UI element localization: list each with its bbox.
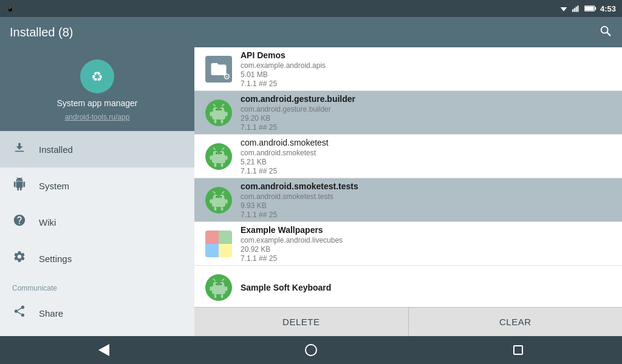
svg-point-34 xyxy=(220,152,222,154)
gear-overlay-icon: ⚙ xyxy=(223,72,231,81)
app-name: com.android.gesture.builder xyxy=(241,94,612,104)
avatar: ♻ xyxy=(80,59,114,93)
page-title: Installed (8) xyxy=(10,25,73,39)
recents-button[interactable] xyxy=(503,338,533,362)
svg-rect-32 xyxy=(225,155,228,160)
sidebar-item-send[interactable]: Send xyxy=(0,331,194,336)
svg-rect-3 xyxy=(576,7,577,12)
app-details: com.android.smoketest com.android.smoket… xyxy=(241,138,612,175)
sidebar-item-installed[interactable]: Installed xyxy=(0,131,194,167)
search-button[interactable] xyxy=(599,24,612,41)
svg-rect-30 xyxy=(221,163,224,167)
app-details: com.android.gesture.builder com.android.… xyxy=(241,94,612,132)
list-item[interactable]: com.android.smoketest.tests com.android.… xyxy=(194,178,622,222)
back-icon xyxy=(98,344,109,356)
svg-point-21 xyxy=(216,109,217,110)
list-item[interactable]: Sample Soft Keyboard xyxy=(194,266,622,307)
app-icon-smoketest-tests xyxy=(204,186,233,215)
home-icon xyxy=(305,344,317,356)
svg-rect-20 xyxy=(225,112,228,116)
svg-rect-38 xyxy=(212,198,225,207)
svg-rect-53 xyxy=(214,294,217,298)
app-version: 7.1.1 ## 25 xyxy=(241,167,612,175)
folder-gear-icon: ⚙ xyxy=(205,56,232,83)
status-bar-right: 4:53 xyxy=(559,4,616,13)
svg-rect-29 xyxy=(214,163,217,167)
profile-link[interactable]: android-tools.ru/app xyxy=(65,113,130,121)
signal-icon xyxy=(572,5,581,12)
sim-icon: 📱 xyxy=(6,5,15,13)
app-package: com.example.android.apis xyxy=(241,61,612,70)
svg-rect-1 xyxy=(572,9,573,12)
svg-rect-14 xyxy=(212,110,225,120)
svg-rect-31 xyxy=(210,155,212,160)
sidebar-item-wiki[interactable]: Wiki xyxy=(0,204,194,240)
sidebar-item-wiki-label: Wiki xyxy=(39,217,56,228)
android-robot-icon xyxy=(205,187,232,214)
wifi-icon xyxy=(559,5,569,12)
app-version: 7.1.1 ## 25 xyxy=(241,254,612,263)
svg-rect-56 xyxy=(225,286,228,291)
sidebar-item-share-label: Share xyxy=(39,308,63,318)
svg-point-46 xyxy=(220,196,222,198)
svg-rect-54 xyxy=(221,294,224,298)
svg-marker-0 xyxy=(561,7,567,12)
android-robot-icon xyxy=(205,143,232,170)
svg-rect-4 xyxy=(577,5,578,12)
status-bar-left: 📱 xyxy=(6,5,15,13)
sidebar-item-share[interactable]: Share xyxy=(0,295,194,331)
nav-bar xyxy=(0,336,622,364)
app-icon-wallpapers xyxy=(204,229,233,258)
action-bar: DELETE CLEAR xyxy=(194,307,622,336)
sidebar-item-system[interactable]: System xyxy=(0,167,194,204)
app-name: Example Wallpapers xyxy=(241,225,612,235)
app-details: API Demos com.example.android.apis 5.01 … xyxy=(241,50,612,88)
android-robot-icon xyxy=(205,274,232,301)
list-item[interactable]: Example Wallpapers com.example.android.l… xyxy=(194,222,622,266)
svg-rect-50 xyxy=(212,285,225,294)
sidebar-profile: ♻ System app manager android-tools.ru/ap… xyxy=(0,47,194,131)
sidebar-item-installed-label: Installed xyxy=(39,144,73,155)
question-icon xyxy=(12,214,27,231)
home-button[interactable] xyxy=(296,338,326,362)
app-details: Sample Soft Keyboard xyxy=(241,283,612,292)
app-version: 7.1.1 ## 25 xyxy=(241,123,612,132)
svg-rect-43 xyxy=(210,199,212,203)
svg-rect-19 xyxy=(210,112,212,116)
sidebar-item-system-label: System xyxy=(39,181,69,191)
svg-rect-26 xyxy=(212,154,225,163)
app-package: com.android.smoketest xyxy=(241,149,612,157)
svg-rect-44 xyxy=(225,199,228,203)
back-button[interactable] xyxy=(89,338,119,362)
app-size: 20.92 KB xyxy=(241,245,612,254)
app-details: Example Wallpapers com.example.android.l… xyxy=(241,225,612,263)
app-version: 7.1.1 ## 25 xyxy=(241,79,612,88)
main-content: ♻ System app manager android-tools.ru/ap… xyxy=(0,47,622,336)
svg-rect-18 xyxy=(221,120,224,123)
svg-point-33 xyxy=(216,152,217,154)
app-size: 5.01 MB xyxy=(241,70,612,79)
svg-rect-12 xyxy=(15,151,24,152)
list-item[interactable]: ⚙ API Demos com.example.android.apis 5.0… xyxy=(194,47,622,91)
sidebar-item-settings-label: Settings xyxy=(39,254,72,264)
app-icon-gesture xyxy=(204,98,233,127)
svg-rect-17 xyxy=(214,120,217,123)
sidebar: ♻ System app manager android-tools.ru/ap… xyxy=(0,47,194,336)
app-version: 7.1.1 ## 25 xyxy=(241,211,612,219)
recents-icon xyxy=(513,345,523,355)
list-item[interactable]: com.android.gesture.builder com.android.… xyxy=(194,91,622,135)
sidebar-item-settings[interactable]: Settings xyxy=(0,240,194,277)
app-name: com.android.smoketest.tests xyxy=(241,181,612,191)
svg-text:♻: ♻ xyxy=(91,69,103,84)
app-list: ⚙ API Demos com.example.android.apis 5.0… xyxy=(194,47,622,307)
delete-button[interactable]: DELETE xyxy=(194,308,409,336)
svg-rect-7 xyxy=(585,6,594,10)
svg-line-9 xyxy=(607,32,610,35)
clear-button[interactable]: CLEAR xyxy=(409,308,623,336)
wallpaper-icon xyxy=(205,231,232,257)
download-icon xyxy=(12,141,27,158)
app-size: 29.20 KB xyxy=(241,114,612,123)
share-icon xyxy=(12,305,27,322)
list-item[interactable]: com.android.smoketest com.android.smoket… xyxy=(194,135,622,178)
battery-icon xyxy=(584,5,596,12)
